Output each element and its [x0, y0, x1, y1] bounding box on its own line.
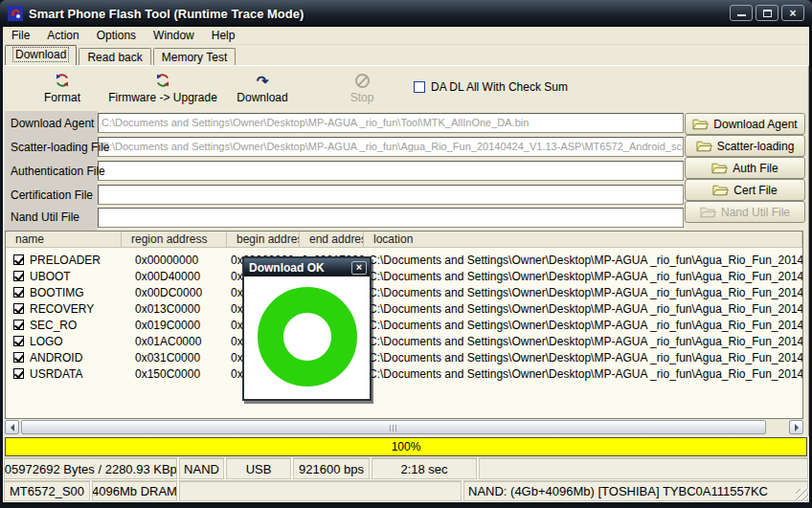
maximize-icon — [763, 10, 772, 17]
download-ok-title-bar[interactable]: Download OK × — [244, 258, 370, 276]
success-ring — [258, 287, 357, 387]
folder-icon — [692, 118, 709, 130]
close-icon: × — [789, 8, 796, 19]
scatter-loading-label: Scatter-loading File — [11, 141, 109, 154]
da-dl-checksum-checkbox[interactable]: DA DL All With Check Sum — [414, 80, 568, 94]
row-checkbox[interactable] — [13, 254, 24, 265]
progress-percent: 100% — [392, 440, 421, 453]
minimize-button[interactable] — [730, 5, 753, 21]
menu-file[interactable]: File — [3, 28, 38, 43]
stop-button: Stop — [335, 72, 389, 104]
format-button[interactable]: Format — [28, 72, 97, 104]
tab-strip: Download Read back Memory Test — [3, 45, 809, 65]
tab-memory-test[interactable]: Memory Test — [153, 48, 236, 65]
download-button[interactable]: ↷ Download — [232, 72, 293, 104]
scatter-loading-input[interactable]: C:\Documents and Settings\Owner\Desktop\… — [98, 137, 684, 157]
status-bytes-speed: 305972692 Bytes / 2280.93 KBps — [3, 457, 178, 480]
download-label: Download — [237, 91, 287, 104]
horizontal-scrollbar[interactable] — [5, 419, 803, 435]
table-row[interactable]: PRELOADER 0x00000000 0x00000000 0x000179… — [6, 252, 802, 268]
download-icon: ↷ — [257, 72, 269, 89]
table-row[interactable]: RECOVERY 0x013C0000 0x013C0000 C:\Docume… — [6, 300, 802, 317]
table-header: name region address begin address end ad… — [6, 232, 802, 248]
menu-action[interactable]: Action — [38, 28, 87, 43]
status-empty-cell — [178, 480, 462, 502]
table-row[interactable]: USRDATA 0x150C0000 0x150C0000 C:\Documen… — [6, 365, 802, 382]
certification-file-label: Certification File — [11, 188, 93, 202]
scroll-left-button[interactable] — [5, 420, 19, 434]
menu-help[interactable]: Help — [203, 28, 244, 43]
partition-table: name region address begin address end ad… — [5, 231, 803, 419]
column-header-location[interactable]: location — [364, 232, 802, 247]
auth-file-browse-button[interactable]: Auth File — [685, 157, 805, 179]
nand-util-file-browse-button: Nand Util File — [685, 201, 805, 223]
window-title: Smart Phone Flash Tool (Runtime Trace Mo… — [29, 7, 304, 21]
minimize-icon — [737, 14, 746, 16]
dialog-close-button[interactable]: × — [351, 261, 367, 275]
certification-file-input[interactable] — [98, 185, 684, 205]
status-dram: 4096Mb DRAM — [91, 480, 178, 502]
firmware-upgrade-icon — [155, 72, 170, 89]
status-connection: USB — [225, 457, 292, 480]
download-ok-title: Download OK — [249, 261, 325, 275]
status-bar-row2: MT6572_S00 4096Mb DRAM NAND: (4Gb+4096Mb… — [3, 480, 809, 502]
row-checkbox[interactable] — [13, 352, 24, 363]
resize-grip[interactable] — [796, 489, 808, 501]
menu-window[interactable]: Window — [145, 28, 203, 43]
scroll-right-button[interactable] — [789, 420, 803, 434]
download-ok-dialog[interactable]: Download OK × — [242, 256, 372, 401]
download-tab-page: Format Firmware -> Upgrade ↷ Download St… — [3, 65, 809, 436]
scroll-right-icon — [795, 424, 799, 431]
scatter-loading-browse-button[interactable]: Scatter-loading — [685, 135, 805, 157]
format-icon — [55, 72, 70, 89]
close-icon: × — [356, 262, 362, 273]
row-checkbox[interactable] — [13, 320, 24, 330]
column-header-begin[interactable]: begin address — [227, 232, 300, 247]
progress-bar-area: 100% — [3, 436, 809, 457]
column-header-region[interactable]: region address — [122, 232, 227, 247]
download-agent-input[interactable]: C:\Documents and Settings\Owner\Desktop\… — [98, 113, 684, 133]
table-row[interactable]: SEC_RO 0x019C0000 0x019C0000 C:\Document… — [6, 317, 802, 333]
table-row[interactable]: UBOOT 0x00D40000 0x00D40000 C:\Documents… — [6, 268, 802, 284]
row-checkbox[interactable] — [13, 271, 24, 281]
table-row[interactable]: BOOTIMG 0x00DC0000 0x00DC0000 C:\Documen… — [6, 284, 802, 300]
firmware-upgrade-label: Firmware -> Upgrade — [108, 91, 217, 104]
format-label: Format — [44, 91, 80, 104]
stop-label: Stop — [350, 91, 374, 104]
da-dl-checksum-label: DA DL All With Check Sum — [431, 80, 568, 94]
stop-icon — [355, 72, 370, 89]
close-button[interactable]: × — [781, 5, 804, 21]
status-elapsed-time: 2:18 sec — [371, 457, 478, 480]
app-icon — [8, 6, 23, 21]
folder-icon — [696, 140, 712, 152]
scroll-left-icon — [11, 424, 14, 431]
menu-bar: File Action Options Window Help — [3, 27, 809, 45]
progress-bar: 100% — [5, 437, 807, 456]
checkbox-box[interactable] — [414, 81, 425, 93]
title-bar[interactable]: Smart Phone Flash Tool (Runtime Trace Mo… — [0, 0, 812, 27]
column-header-name[interactable]: name — [6, 232, 122, 247]
cert-file-browse-button[interactable]: Cert File — [685, 179, 805, 201]
table-row[interactable]: ANDROID 0x031C0000 0x031C0000 C:\Documen… — [6, 349, 802, 365]
tab-download[interactable]: Download — [5, 45, 77, 65]
row-checkbox[interactable] — [13, 368, 24, 379]
authentication-file-input[interactable] — [98, 161, 684, 181]
status-empty-cell — [478, 457, 809, 480]
nand-util-file-input[interactable] — [98, 208, 684, 228]
tab-read-back[interactable]: Read back — [79, 48, 150, 65]
row-checkbox[interactable] — [13, 303, 24, 314]
menu-options[interactable]: Options — [88, 28, 145, 43]
folder-icon — [712, 184, 729, 196]
firmware-upgrade-button[interactable]: Firmware -> Upgrade — [105, 72, 220, 104]
row-checkbox[interactable] — [13, 287, 24, 298]
folder-icon — [700, 206, 716, 218]
table-row[interactable]: LOGO 0x01AC0000 0x01AC0000 C:\Documents … — [6, 333, 802, 349]
status-chipset: MT6572_S00 — [3, 480, 91, 502]
status-nand-info: NAND: (4Gb+4096Mb) [TOSHIBA] TYBC0A11155… — [462, 480, 809, 502]
download-agent-browse-button[interactable]: Download Agent — [685, 113, 805, 135]
row-checkbox[interactable] — [13, 336, 24, 346]
authentication-file-label: Authentication File — [11, 165, 105, 178]
column-header-end[interactable]: end address — [300, 232, 364, 247]
maximize-button[interactable] — [756, 5, 778, 21]
scrollbar-thumb[interactable] — [21, 420, 766, 434]
